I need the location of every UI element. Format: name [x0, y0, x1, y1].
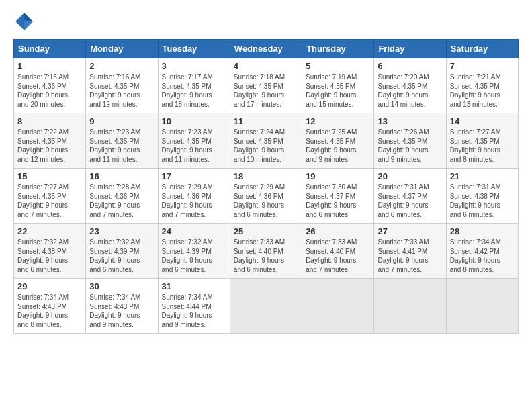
day-info: Sunrise: 7:27 AM Sunset: 4:35 PM Dayligh…	[450, 128, 515, 164]
day-info: Sunrise: 7:32 AM Sunset: 4:39 PM Dayligh…	[162, 238, 226, 274]
weekday-header-tuesday: Tuesday	[158, 40, 230, 58]
day-number: 19	[306, 171, 370, 181]
svg-marker-2	[24, 20, 33, 30]
day-number: 22	[17, 226, 82, 236]
day-cell: 22Sunrise: 7:32 AM Sunset: 4:38 PM Dayli…	[14, 224, 86, 279]
day-info: Sunrise: 7:16 AM Sunset: 4:35 PM Dayligh…	[89, 73, 154, 109]
day-number: 27	[378, 226, 442, 236]
logo-icon	[13, 11, 35, 32]
day-info: Sunrise: 7:33 AM Sunset: 4:40 PM Dayligh…	[306, 238, 370, 274]
weekday-header-row: SundayMondayTuesdayWednesdayThursdayFrid…	[14, 40, 519, 58]
day-info: Sunrise: 7:30 AM Sunset: 4:37 PM Dayligh…	[306, 183, 370, 219]
day-info: Sunrise: 7:22 AM Sunset: 4:35 PM Dayligh…	[17, 128, 82, 164]
day-number: 23	[89, 226, 154, 236]
day-cell: 2Sunrise: 7:16 AM Sunset: 4:35 PM Daylig…	[86, 58, 158, 113]
day-info: Sunrise: 7:23 AM Sunset: 4:35 PM Dayligh…	[89, 128, 154, 164]
day-number: 8	[17, 116, 82, 126]
day-info: Sunrise: 7:15 AM Sunset: 4:36 PM Dayligh…	[17, 73, 82, 109]
day-number: 26	[306, 226, 370, 236]
day-info: Sunrise: 7:31 AM Sunset: 4:38 PM Dayligh…	[450, 183, 515, 219]
day-number: 6	[378, 61, 442, 71]
weekday-header-monday: Monday	[86, 40, 158, 58]
day-number: 9	[89, 116, 154, 126]
weekday-header-thursday: Thursday	[302, 40, 374, 58]
day-number: 12	[306, 116, 370, 126]
day-cell: 14Sunrise: 7:27 AM Sunset: 4:35 PM Dayli…	[446, 113, 518, 169]
day-cell: 12Sunrise: 7:25 AM Sunset: 4:35 PM Dayli…	[302, 113, 374, 169]
day-info: Sunrise: 7:24 AM Sunset: 4:35 PM Dayligh…	[234, 128, 298, 164]
logo	[13, 11, 39, 32]
day-cell: 5Sunrise: 7:19 AM Sunset: 4:35 PM Daylig…	[302, 58, 374, 113]
day-cell: 13Sunrise: 7:26 AM Sunset: 4:35 PM Dayli…	[374, 113, 446, 169]
day-cell: 24Sunrise: 7:32 AM Sunset: 4:39 PM Dayli…	[158, 224, 230, 279]
day-number: 14	[450, 116, 515, 126]
weekday-header-sunday: Sunday	[14, 40, 86, 58]
day-number: 15	[17, 171, 82, 181]
weekday-header-friday: Friday	[374, 40, 446, 58]
day-cell: 25Sunrise: 7:33 AM Sunset: 4:40 PM Dayli…	[230, 224, 302, 279]
day-cell	[446, 279, 518, 334]
day-number: 30	[89, 281, 154, 291]
day-cell	[230, 279, 302, 334]
day-info: Sunrise: 7:34 AM Sunset: 4:44 PM Dayligh…	[162, 293, 226, 329]
day-number: 29	[17, 281, 82, 291]
day-info: Sunrise: 7:28 AM Sunset: 4:36 PM Dayligh…	[89, 183, 154, 219]
day-info: Sunrise: 7:33 AM Sunset: 4:41 PM Dayligh…	[378, 238, 442, 274]
day-number: 31	[162, 281, 226, 291]
week-row-1: 1Sunrise: 7:15 AM Sunset: 4:36 PM Daylig…	[14, 58, 519, 113]
day-cell	[302, 279, 374, 334]
day-info: Sunrise: 7:34 AM Sunset: 4:43 PM Dayligh…	[17, 293, 82, 329]
week-row-4: 22Sunrise: 7:32 AM Sunset: 4:38 PM Dayli…	[14, 224, 519, 279]
day-number: 18	[234, 171, 298, 181]
day-cell: 6Sunrise: 7:20 AM Sunset: 4:35 PM Daylig…	[374, 58, 446, 113]
day-cell	[374, 279, 446, 334]
day-number: 2	[89, 61, 154, 71]
day-info: Sunrise: 7:19 AM Sunset: 4:35 PM Dayligh…	[306, 73, 370, 109]
page: SundayMondayTuesdayWednesdayThursdayFrid…	[0, 0, 532, 411]
day-info: Sunrise: 7:31 AM Sunset: 4:37 PM Dayligh…	[378, 183, 442, 219]
svg-marker-1	[24, 13, 33, 21]
day-info: Sunrise: 7:20 AM Sunset: 4:35 PM Dayligh…	[378, 73, 442, 109]
day-cell: 3Sunrise: 7:17 AM Sunset: 4:35 PM Daylig…	[158, 58, 230, 113]
day-number: 5	[306, 61, 370, 71]
day-info: Sunrise: 7:18 AM Sunset: 4:35 PM Dayligh…	[234, 73, 298, 109]
day-number: 3	[162, 61, 226, 71]
day-cell: 27Sunrise: 7:33 AM Sunset: 4:41 PM Dayli…	[374, 224, 446, 279]
day-cell: 29Sunrise: 7:34 AM Sunset: 4:43 PM Dayli…	[14, 279, 86, 334]
day-cell: 26Sunrise: 7:33 AM Sunset: 4:40 PM Dayli…	[302, 224, 374, 279]
day-cell: 16Sunrise: 7:28 AM Sunset: 4:36 PM Dayli…	[86, 169, 158, 224]
day-number: 21	[450, 171, 515, 181]
week-row-2: 8Sunrise: 7:22 AM Sunset: 4:35 PM Daylig…	[14, 113, 519, 169]
day-cell: 8Sunrise: 7:22 AM Sunset: 4:35 PM Daylig…	[14, 113, 86, 169]
day-number: 13	[378, 116, 442, 126]
day-cell: 7Sunrise: 7:21 AM Sunset: 4:35 PM Daylig…	[446, 58, 518, 113]
day-info: Sunrise: 7:23 AM Sunset: 4:35 PM Dayligh…	[162, 128, 226, 164]
day-number: 11	[234, 116, 298, 126]
day-cell: 11Sunrise: 7:24 AM Sunset: 4:35 PM Dayli…	[230, 113, 302, 169]
day-number: 17	[162, 171, 226, 181]
day-number: 25	[234, 226, 298, 236]
day-number: 1	[17, 61, 82, 71]
day-number: 24	[162, 226, 226, 236]
day-number: 7	[450, 61, 515, 71]
day-number: 20	[378, 171, 442, 181]
day-cell: 21Sunrise: 7:31 AM Sunset: 4:38 PM Dayli…	[446, 169, 518, 224]
day-info: Sunrise: 7:34 AM Sunset: 4:43 PM Dayligh…	[89, 293, 154, 329]
day-info: Sunrise: 7:29 AM Sunset: 4:36 PM Dayligh…	[234, 183, 298, 219]
day-cell: 28Sunrise: 7:34 AM Sunset: 4:42 PM Dayli…	[446, 224, 518, 279]
week-row-3: 15Sunrise: 7:27 AM Sunset: 4:35 PM Dayli…	[14, 169, 519, 224]
day-cell: 1Sunrise: 7:15 AM Sunset: 4:36 PM Daylig…	[14, 58, 86, 113]
day-info: Sunrise: 7:27 AM Sunset: 4:35 PM Dayligh…	[17, 183, 82, 219]
day-cell: 23Sunrise: 7:32 AM Sunset: 4:39 PM Dayli…	[86, 224, 158, 279]
day-cell: 20Sunrise: 7:31 AM Sunset: 4:37 PM Dayli…	[374, 169, 446, 224]
day-cell: 10Sunrise: 7:23 AM Sunset: 4:35 PM Dayli…	[158, 113, 230, 169]
calendar-table: SundayMondayTuesdayWednesdayThursdayFrid…	[13, 39, 519, 334]
day-cell: 31Sunrise: 7:34 AM Sunset: 4:44 PM Dayli…	[158, 279, 230, 334]
day-info: Sunrise: 7:17 AM Sunset: 4:35 PM Dayligh…	[162, 73, 226, 109]
day-info: Sunrise: 7:34 AM Sunset: 4:42 PM Dayligh…	[450, 238, 515, 274]
day-cell: 18Sunrise: 7:29 AM Sunset: 4:36 PM Dayli…	[230, 169, 302, 224]
day-cell: 15Sunrise: 7:27 AM Sunset: 4:35 PM Dayli…	[14, 169, 86, 224]
day-info: Sunrise: 7:29 AM Sunset: 4:36 PM Dayligh…	[162, 183, 226, 219]
weekday-header-saturday: Saturday	[446, 40, 518, 58]
day-cell: 30Sunrise: 7:34 AM Sunset: 4:43 PM Dayli…	[86, 279, 158, 334]
